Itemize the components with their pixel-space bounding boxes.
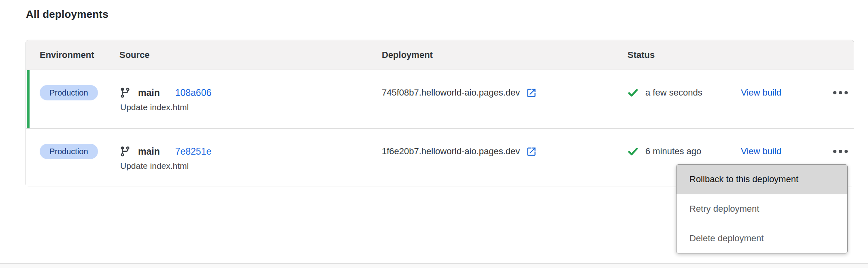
table-row: Production main 108a606 Update index.htm… xyxy=(26,70,854,128)
source-line: main 108a606 xyxy=(119,85,211,101)
external-link-icon[interactable] xyxy=(525,146,537,157)
check-icon xyxy=(628,87,638,98)
deployments-page: All deployments Environment Source Deplo… xyxy=(0,0,868,268)
page-bottom-divider xyxy=(0,263,868,268)
deployment-url: 745f08b7.helloworld-aio.pages.dev xyxy=(382,87,520,98)
view-build-link[interactable]: View build xyxy=(741,143,781,160)
table-header-row: Environment Source Deployment Status xyxy=(26,40,854,70)
commit-message: Update index.html xyxy=(120,161,189,171)
branch-name: main xyxy=(138,146,160,157)
environment-badge: Production xyxy=(40,144,98,159)
environment-badge: Production xyxy=(40,85,98,100)
branch-name: main xyxy=(138,87,160,98)
commit-link[interactable]: 7e8251e xyxy=(175,146,212,157)
status-time: 6 minutes ago xyxy=(645,146,701,157)
external-link-icon[interactable] xyxy=(525,87,537,98)
ellipsis-icon[interactable] xyxy=(824,85,857,101)
view-build-link[interactable]: View build xyxy=(741,85,781,101)
status-time: a few seconds xyxy=(645,87,702,98)
menu-item-delete[interactable]: Delete deployment xyxy=(677,223,847,253)
check-icon xyxy=(628,146,638,157)
commit-message: Update index.html xyxy=(120,102,189,112)
current-deployment-indicator xyxy=(27,70,30,128)
commit-link[interactable]: 108a606 xyxy=(175,87,212,98)
column-header-source: Source xyxy=(119,40,150,70)
deployment-cell: 745f08b7.helloworld-aio.pages.dev xyxy=(382,85,537,101)
deployment-url: 1f6e20b7.helloworld-aio.pages.dev xyxy=(382,146,520,157)
column-header-environment: Environment xyxy=(40,40,94,70)
deployment-cell: 1f6e20b7.helloworld-aio.pages.dev xyxy=(382,143,537,160)
column-header-status: Status xyxy=(628,40,655,70)
git-branch-icon xyxy=(119,87,131,98)
ellipsis-icon[interactable] xyxy=(824,143,857,160)
status-cell: a few seconds xyxy=(628,85,702,101)
menu-item-rollback[interactable]: Rollback to this deployment xyxy=(677,165,847,194)
column-header-deployment: Deployment xyxy=(382,40,433,70)
source-line: main 7e8251e xyxy=(119,143,211,160)
status-cell: 6 minutes ago xyxy=(628,143,701,160)
git-branch-icon xyxy=(119,146,131,157)
menu-item-retry[interactable]: Retry deployment xyxy=(677,194,847,224)
deployment-actions-menu: Rollback to this deployment Retry deploy… xyxy=(676,164,848,253)
page-title: All deployments xyxy=(26,8,108,21)
